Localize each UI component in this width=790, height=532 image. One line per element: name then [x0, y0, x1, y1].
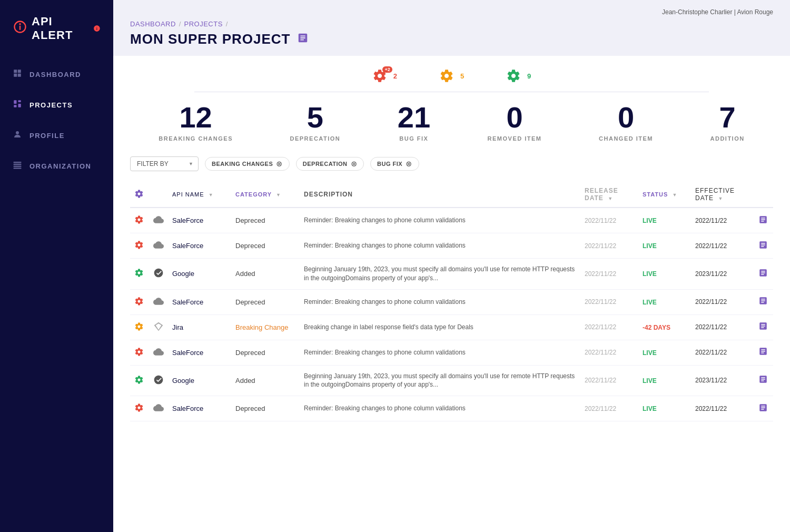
stat-breaking-changes-number: 12	[159, 103, 233, 132]
action-btn-6[interactable]	[758, 377, 768, 386]
table-row: SaleForce Depreced Reminder: Breaking ch…	[130, 208, 773, 233]
svg-rect-11	[14, 166, 22, 167]
th-api-name[interactable]: API NAME ▼	[168, 182, 231, 208]
cell-description-2: Beginning January 19th, 2023, you must s…	[300, 259, 580, 290]
breadcrumb-projects[interactable]: PROJECTS	[184, 20, 222, 28]
sidebar-item-projects-label: PROJECTS	[29, 101, 73, 109]
organization-icon	[13, 160, 22, 172]
cell-effective-7: 2022/11/22	[691, 396, 754, 421]
action-btn-2[interactable]	[758, 270, 768, 279]
stat-breaking-changes: 12 BREAKING CHANGES	[159, 103, 233, 142]
th-category[interactable]: CATEGORY ▼	[231, 182, 300, 208]
stat-bug-fix: 21 BUG FIX	[398, 103, 430, 142]
filter-chip-bugfix: BUG FIX ⊗	[370, 157, 419, 171]
logo-area: API ALERT	[0, 0, 113, 59]
cell-action-1[interactable]	[754, 233, 773, 259]
stat-deprecation: 5 DEPRECATION	[290, 103, 341, 142]
sidebar-item-dashboard[interactable]: DASHBOARD	[0, 59, 113, 90]
cell-api-name-1: SaleForce	[168, 233, 231, 259]
action-btn-1[interactable]	[758, 242, 768, 251]
cell-gear-1	[130, 233, 149, 259]
cell-action-6[interactable]	[754, 365, 773, 396]
cell-category-1: Depreced	[231, 233, 300, 259]
breadcrumb-dashboard[interactable]: DASHBOARD	[130, 20, 176, 28]
table-row: SaleForce Depreced Reminder: Breaking ch…	[130, 340, 773, 365]
page-title-icon	[297, 32, 309, 46]
table-row: Google Added Beginning January 19th, 202…	[130, 259, 773, 290]
action-btn-3[interactable]	[758, 298, 768, 307]
sidebar-item-profile[interactable]: PROFILE	[0, 120, 113, 151]
cell-api-name-7: SaleForce	[168, 396, 231, 421]
th-logo	[149, 182, 168, 208]
stat-icon-red: +2 2	[372, 68, 397, 83]
cell-gear-0	[130, 208, 149, 233]
effective-sort[interactable]: ▼	[718, 196, 723, 201]
svg-rect-6	[14, 105, 16, 107]
table-row: SaleForce Depreced Reminder: Breaking ch…	[130, 289, 773, 314]
gear-green-icon	[506, 68, 521, 83]
stat-icon-orange: 5	[439, 68, 464, 83]
filter-select-wrapper[interactable]: FILTER BY	[130, 156, 199, 171]
cell-release-1: 2022/11/22	[580, 233, 638, 259]
breadcrumb-sep-1: /	[179, 20, 181, 28]
filter-chip-bugfix-label: BUG FIX	[377, 161, 402, 167]
cell-release-5: 2022/11/22	[580, 340, 638, 365]
cell-action-2[interactable]	[754, 259, 773, 290]
cell-release-4: 2022/11/22	[580, 314, 638, 340]
breadcrumb: DASHBOARD / PROJECTS /	[130, 20, 773, 28]
logo-icon	[13, 19, 27, 37]
page-title: MON SUPER PROJECT	[130, 31, 291, 47]
filter-chip-deprecation-close[interactable]: ⊗	[351, 160, 358, 168]
cell-category-3: Depreced	[231, 289, 300, 314]
table-header-row: API NAME ▼ CATEGORY ▼ DESCRIPTION RELEAS…	[130, 182, 773, 208]
cell-gear-3	[130, 289, 149, 314]
filter-chip-bugfix-close[interactable]: ⊗	[406, 160, 412, 168]
cell-effective-4: 2022/11/22	[691, 314, 754, 340]
category-sort[interactable]: ▼	[276, 192, 281, 198]
sidebar-item-organization[interactable]: ORGANIZATION	[0, 151, 113, 181]
cell-description-6: Beginning January 19th, 2023, you must s…	[300, 365, 580, 396]
gear-red-badge: +2	[382, 66, 392, 73]
filter-chip-deprecation-label: DEPRECATION	[303, 161, 348, 167]
status-sort[interactable]: ▼	[672, 192, 677, 198]
projects-icon	[13, 99, 22, 111]
sidebar-item-organization-label: ORGANIZATION	[29, 162, 91, 170]
cell-action-3[interactable]	[754, 289, 773, 314]
main-area: Jean-Christophe Charlier | Avion Rouge D…	[113, 0, 790, 532]
stats-numbers-row: 12 BREAKING CHANGES 5 DEPRECATION 21 BUG…	[130, 103, 773, 142]
th-status[interactable]: STATUS ▼	[638, 182, 691, 208]
release-sort[interactable]: ▼	[608, 196, 613, 201]
filter-select[interactable]: FILTER BY	[130, 156, 199, 171]
table-row: Jira Breaking Change Breaking change in …	[130, 314, 773, 340]
cell-release-2: 2022/11/22	[580, 259, 638, 290]
sidebar-item-projects[interactable]: PROJECTS	[0, 90, 113, 120]
th-release-date[interactable]: RELEASE DATE ▼	[580, 182, 638, 208]
cell-logo-6	[149, 365, 168, 396]
cell-action-5[interactable]	[754, 340, 773, 365]
action-btn-4[interactable]	[758, 323, 768, 332]
svg-rect-4	[14, 100, 16, 104]
content-area: +2 2 5 9 12 BREAKING CHANGES	[113, 56, 790, 532]
cell-description-4: Breaking change in label response field'…	[300, 314, 580, 340]
stat-addition-label: ADDITION	[710, 135, 745, 142]
filter-chip-breaking-close[interactable]: ⊗	[276, 160, 283, 168]
cell-description-3: Reminder: Breaking changes to phone colu…	[300, 289, 580, 314]
action-btn-0[interactable]	[758, 217, 768, 226]
cell-action-7[interactable]	[754, 396, 773, 421]
table-row: Google Added Beginning January 19th, 202…	[130, 365, 773, 396]
th-effective-date[interactable]: EFFECTIVE DATE ▼	[691, 182, 754, 208]
sidebar: API ALERT DASHBOARD PROJECTS PROFILE O	[0, 0, 113, 532]
api-name-sort[interactable]: ▼	[209, 192, 214, 198]
action-btn-7[interactable]	[758, 405, 768, 414]
cell-action-0[interactable]	[754, 208, 773, 233]
cell-action-4[interactable]	[754, 314, 773, 340]
cell-gear-2	[130, 259, 149, 290]
action-btn-5[interactable]	[758, 349, 768, 358]
cell-gear-6	[130, 365, 149, 396]
cell-description-5: Reminder: Breaking changes to phone colu…	[300, 340, 580, 365]
cell-category-7: Depreced	[231, 396, 300, 421]
topbar: Jean-Christophe Charlier | Avion Rouge D…	[113, 0, 790, 56]
cell-logo-1	[149, 233, 168, 259]
table-row: SaleForce Depreced Reminder: Breaking ch…	[130, 396, 773, 421]
page-title-row: MON SUPER PROJECT	[130, 31, 773, 56]
